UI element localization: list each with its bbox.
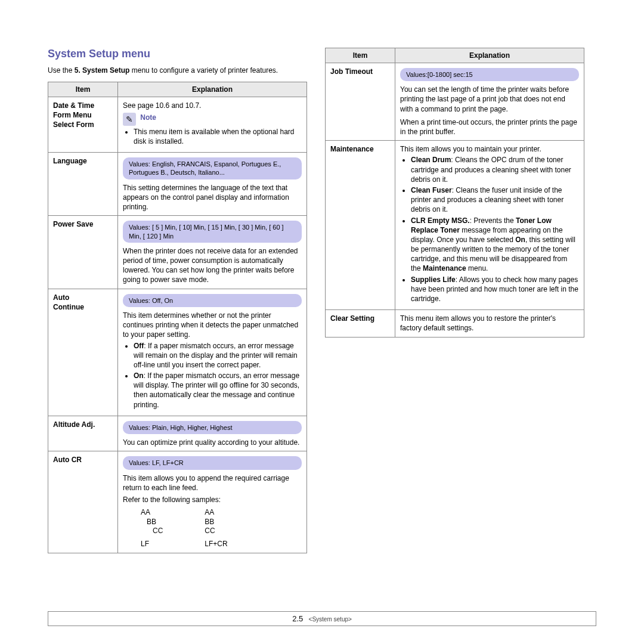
list-item: CLR Empty MSG.: Prevents the Toner Low R… bbox=[411, 216, 579, 274]
explanation-cell: Values: [ 5 ] Min, [ 10] Min, [ 15 ] Min… bbox=[118, 216, 307, 289]
table-row: Maintenance This item allows you to main… bbox=[326, 141, 584, 310]
item-cell: Power Save bbox=[48, 216, 118, 289]
expl-text: This setting determines the language of … bbox=[123, 183, 302, 212]
item-cell: Date & Time Form Menu Select Form bbox=[48, 97, 118, 153]
expl-text: You can set the length of time the print… bbox=[400, 85, 579, 114]
table-row: Language Values: English, FRANCAIS, Espa… bbox=[48, 153, 307, 216]
header-explanation: Explanation bbox=[395, 48, 584, 63]
intro-text: Use the 5. System Setup menu to configur… bbox=[48, 66, 307, 76]
values-pill: Values: Off, On bbox=[123, 294, 302, 307]
header-item: Item bbox=[326, 48, 395, 63]
values-pill: Values: LF, LF+CR bbox=[123, 456, 302, 469]
intro-bold: 5. System Setup bbox=[75, 66, 130, 75]
table-row: Altitude Adj. Values: Plain, High, Highe… bbox=[48, 416, 307, 451]
sample-line: CC bbox=[141, 527, 163, 536]
section-title: System Setup menu bbox=[48, 48, 307, 60]
explanation-cell: Values: English, FRANCAIS, Espanol, Port… bbox=[118, 153, 307, 216]
bold-term: On bbox=[515, 236, 525, 244]
bullet-list: Off: If a paper mismatch occurs, an erro… bbox=[123, 341, 302, 410]
bold-term: CLR Empty MSG. bbox=[411, 216, 470, 225]
values-pill: Values: [ 5 ] Min, [ 10] Min, [ 15 ] Min… bbox=[123, 221, 302, 243]
item-label: Form Menu bbox=[53, 110, 113, 120]
explanation-cell: Values: Off, On This item determines whe… bbox=[118, 289, 307, 416]
sample-label: LF+CR bbox=[205, 540, 227, 549]
expl-text: You can optimize print quality according… bbox=[123, 438, 302, 447]
item-label: Continue bbox=[53, 302, 113, 312]
page-footer: 2.5 <System setup> bbox=[48, 611, 596, 626]
bold-term: Clean Fuser bbox=[411, 186, 452, 194]
expl-text: This item allows you to maintain your pr… bbox=[400, 144, 579, 154]
list-item: On: If the paper mismatch occurs, an err… bbox=[134, 371, 302, 410]
item-cell: Clear Setting bbox=[326, 310, 395, 337]
sample-lf: AA BB CC LF bbox=[141, 508, 163, 549]
table-row: Date & Time Form Menu Select Form See pa… bbox=[48, 97, 307, 153]
header-explanation: Explanation bbox=[118, 82, 307, 97]
explanation-cell: Values: LF, LF+CR This item allows you t… bbox=[118, 451, 307, 553]
sample-label: LF bbox=[141, 540, 163, 549]
explanation-cell: See page 10.6 and 10.7. ✎ Note This menu… bbox=[118, 97, 307, 153]
header-item: Item bbox=[48, 82, 118, 97]
sample-line: BB bbox=[141, 518, 163, 527]
table-header-row: Item Explanation bbox=[326, 48, 584, 63]
note-bullet: This menu item is available when the opt… bbox=[134, 127, 302, 146]
bullet-list: Clean Drum: Cleans the OPC drum of the t… bbox=[400, 155, 579, 304]
item-cell: Language bbox=[48, 153, 118, 216]
list-item: Clean Fuser: Cleans the fuser unit insid… bbox=[411, 185, 579, 215]
sample-lfcr: AA BB CC LF+CR bbox=[205, 508, 227, 549]
left-column: System Setup menu Use the 5. System Setu… bbox=[48, 48, 307, 553]
item-cell: Auto CR bbox=[48, 451, 118, 553]
sample-line: BB bbox=[205, 518, 227, 527]
note-block: ✎ Note This menu item is available when … bbox=[123, 113, 302, 146]
table-row: Auto CR Values: LF, LF+CR This item allo… bbox=[48, 451, 307, 553]
footer-section: <System setup> bbox=[309, 616, 352, 623]
item-label: Auto bbox=[53, 293, 113, 302]
list-item: Off: If a paper mismatch occurs, an erro… bbox=[134, 341, 302, 370]
list-item: Clean Drum: Cleans the OPC drum of the t… bbox=[411, 155, 579, 184]
left-table: Item Explanation Date & Time Form Menu S… bbox=[48, 82, 307, 553]
item-cell: Auto Continue bbox=[48, 289, 118, 416]
intro-a: Use the bbox=[48, 66, 75, 75]
expl-text: Refer to the following samples: bbox=[123, 495, 302, 504]
values-pill: Values:[0-1800] sec:15 bbox=[400, 68, 579, 81]
explanation-cell: Values:[0-1800] sec:15 You can set the l… bbox=[395, 63, 584, 141]
bold-term: Maintenance bbox=[423, 264, 466, 273]
expl-text: See page 10.6 and 10.7. bbox=[123, 101, 302, 110]
item-label: Date & Time bbox=[53, 101, 113, 110]
explanation-cell: This item allows you to maintain your pr… bbox=[395, 141, 584, 310]
bold-term: Supplies Life bbox=[411, 275, 456, 284]
samples-block: AA BB CC LF AA BB CC LF+CR bbox=[141, 508, 302, 549]
sample-line: AA bbox=[141, 508, 163, 518]
values-pill: Values: Plain, High, Higher, Highest bbox=[123, 421, 302, 434]
expl-text: This item determines whether or not the … bbox=[123, 311, 302, 340]
item-cell: Job Timeout bbox=[326, 63, 395, 141]
bold-term: Clean Drum bbox=[411, 156, 451, 164]
bullet-text: menu. bbox=[466, 264, 488, 273]
bullet-text: : If a paper mismatch occurs, an error m… bbox=[134, 342, 298, 369]
expl-text: This item allows you to append the requi… bbox=[123, 473, 302, 493]
right-column: Item Explanation Job Timeout Values:[0-1… bbox=[325, 48, 584, 553]
note-list: This menu item is available when the opt… bbox=[123, 127, 302, 146]
table-row: Clear Setting This menu item allows you … bbox=[326, 310, 584, 337]
table-row: Job Timeout Values:[0-1800] sec:15 You c… bbox=[326, 63, 584, 141]
page-content: System Setup menu Use the 5. System Setu… bbox=[0, 0, 644, 553]
table-header-row: Item Explanation bbox=[48, 82, 307, 97]
values-pill: Values: English, FRANCAIS, Espanol, Port… bbox=[123, 157, 302, 179]
expl-text: When the printer does not receive data f… bbox=[123, 246, 302, 285]
bold-term: On bbox=[134, 371, 144, 380]
table-row: Power Save Values: [ 5 ] Min, [ 10] Min,… bbox=[48, 216, 307, 289]
note-label: Note bbox=[140, 113, 156, 122]
sample-line: CC bbox=[205, 527, 227, 536]
right-table: Item Explanation Job Timeout Values:[0-1… bbox=[325, 48, 584, 338]
list-item: Supplies Life: Allows you to check how m… bbox=[411, 275, 579, 304]
explanation-cell: Values: Plain, High, Higher, Highest You… bbox=[118, 416, 307, 451]
item-cell: Altitude Adj. bbox=[48, 416, 118, 451]
bullet-text: : If the paper mismatch occurs, an error… bbox=[134, 371, 299, 409]
intro-c: menu to configure a variety of printer f… bbox=[129, 66, 278, 75]
explanation-cell: This menu item allows you to restore the… bbox=[395, 310, 584, 337]
table-row: Auto Continue Values: Off, On This item … bbox=[48, 289, 307, 416]
sample-line: AA bbox=[205, 508, 227, 518]
bullet-text: : Prevents the bbox=[470, 216, 516, 225]
expl-text: When a print time-out occurs, the printe… bbox=[400, 117, 579, 137]
note-icon: ✎ bbox=[123, 113, 136, 126]
item-label: Select Form bbox=[53, 120, 113, 129]
